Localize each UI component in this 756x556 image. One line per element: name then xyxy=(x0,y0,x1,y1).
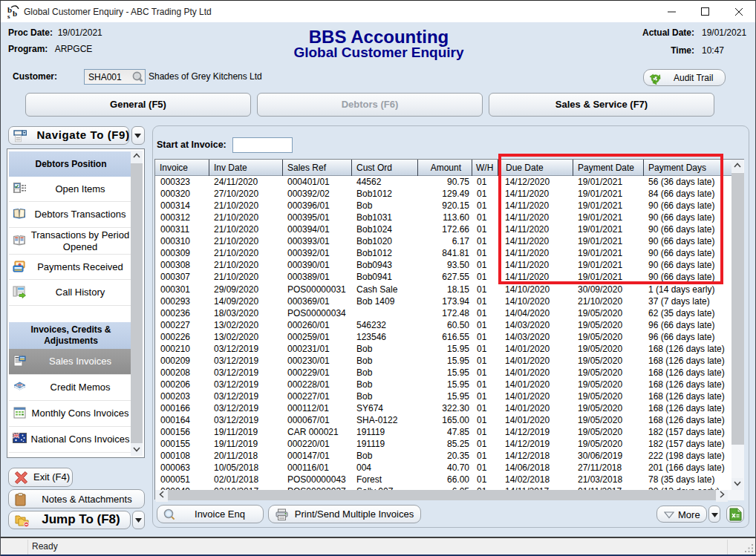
svg-text:s: s xyxy=(7,13,10,19)
svg-text:b: b xyxy=(13,9,17,18)
